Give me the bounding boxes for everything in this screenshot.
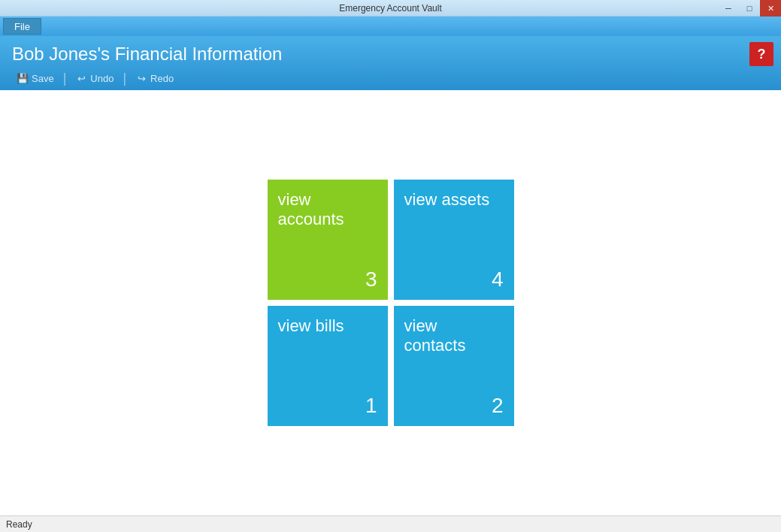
restore-button[interactable]: □ xyxy=(739,0,760,17)
undo-label: Undo xyxy=(90,73,114,84)
undo-icon: ↩ xyxy=(75,72,87,84)
view-bills-count: 1 xyxy=(278,393,377,419)
separator-1: | xyxy=(62,71,68,85)
page-title: Bob Jones's Financial Information xyxy=(12,44,769,65)
separator-2: | xyxy=(121,71,128,85)
help-button[interactable]: ? xyxy=(749,42,773,66)
main-content: view accounts 3 view assets 4 view bills… xyxy=(0,90,781,515)
view-accounts-label: view accounts xyxy=(278,190,377,230)
tiles-grid: view accounts 3 view assets 4 view bills… xyxy=(268,180,514,426)
status-bar: Ready xyxy=(0,515,781,532)
undo-button[interactable]: ↩ Undo xyxy=(71,71,118,86)
file-menu[interactable]: File xyxy=(3,18,41,35)
view-assets-label: view assets xyxy=(404,190,504,210)
menu-bar: File xyxy=(0,17,781,36)
redo-label: Redo xyxy=(150,73,174,84)
minimize-button[interactable]: ─ xyxy=(718,0,739,17)
view-accounts-count: 3 xyxy=(278,267,377,292)
save-button[interactable]: 💾 Save xyxy=(12,71,59,86)
toolbar: 💾 Save | ↩ Undo | ↪ Redo xyxy=(12,71,769,90)
close-button[interactable]: ✕ xyxy=(760,0,781,17)
redo-icon: ↪ xyxy=(135,72,147,84)
view-accounts-tile[interactable]: view accounts 3 xyxy=(268,180,388,300)
header: Bob Jones's Financial Information ? 💾 Sa… xyxy=(0,36,781,90)
save-icon: 💾 xyxy=(17,72,29,84)
save-label: Save xyxy=(32,73,54,84)
redo-button[interactable]: ↪ Redo xyxy=(131,71,178,86)
view-bills-tile[interactable]: view bills 1 xyxy=(268,306,388,426)
window-controls: ─ □ ✕ xyxy=(718,0,781,17)
title-bar: Emergency Account Vault ─ □ ✕ xyxy=(0,0,781,17)
status-text: Ready xyxy=(6,519,32,530)
view-assets-count: 4 xyxy=(404,267,504,292)
view-assets-tile[interactable]: view assets 4 xyxy=(394,180,514,300)
view-bills-label: view bills xyxy=(278,316,377,336)
view-contacts-tile[interactable]: view contacts 2 xyxy=(394,306,514,426)
window-title: Emergency Account Vault xyxy=(339,3,442,14)
view-contacts-count: 2 xyxy=(404,393,504,419)
view-contacts-label: view contacts xyxy=(404,316,504,356)
